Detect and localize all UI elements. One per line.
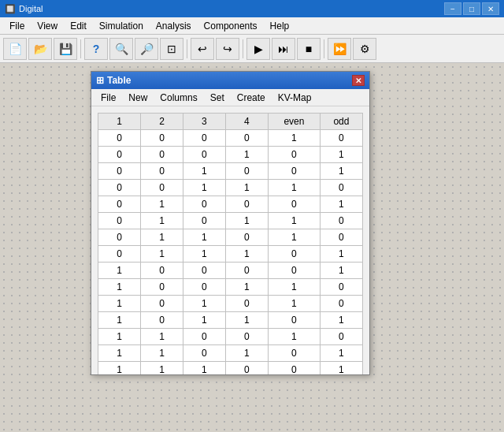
table-cell: 1 xyxy=(140,229,183,246)
table-cell: 1 xyxy=(320,345,362,362)
table-cell: 0 xyxy=(183,345,225,362)
table-cell: 1 xyxy=(140,246,183,263)
col-header-3: 3 xyxy=(183,114,225,130)
table-cell: 0 xyxy=(140,263,183,279)
table-cell: 0 xyxy=(140,279,183,296)
table-cell: 1 xyxy=(225,312,268,329)
table-cell: 1 xyxy=(320,246,362,263)
table-row: 000101 xyxy=(98,147,363,163)
table-cell: 0 xyxy=(320,296,362,312)
zoom-in-button[interactable]: 🔍 xyxy=(109,38,133,60)
table-cell: 0 xyxy=(98,147,141,163)
open-button[interactable]: 📂 xyxy=(28,38,52,60)
col-header-4: 4 xyxy=(225,114,268,130)
table-cell: 0 xyxy=(140,312,183,329)
menu-item-edit[interactable]: Edit xyxy=(64,19,93,33)
table-container[interactable]: 1 2 3 4 even odd 00001000010100100100111… xyxy=(91,106,369,374)
table-cell: 0 xyxy=(320,180,362,196)
table-cell: 1 xyxy=(268,296,320,312)
table-cell: 1 xyxy=(98,312,141,329)
col-header-2: 2 xyxy=(140,114,183,130)
dialog-menu-new[interactable]: New xyxy=(122,91,154,105)
table-cell: 1 xyxy=(225,279,268,296)
table-cell: 1 xyxy=(225,213,268,229)
table-cell: 0 xyxy=(225,362,268,375)
dialog-close-button[interactable]: ✕ xyxy=(352,75,365,86)
toolbar-separator xyxy=(243,39,243,58)
menu-item-simulation[interactable]: Simulation xyxy=(93,19,150,33)
table-cell: 1 xyxy=(268,229,320,246)
table-cell: 0 xyxy=(225,263,268,279)
step-button[interactable]: ⏭ xyxy=(272,38,295,60)
table-cell: 0 xyxy=(183,279,225,296)
table-cell: 0 xyxy=(225,329,268,345)
table-cell: 1 xyxy=(225,246,268,263)
table-row: 011101 xyxy=(98,246,363,263)
toolbar-separator xyxy=(187,39,187,58)
table-cell: 1 xyxy=(98,345,141,362)
table-cell: 0 xyxy=(140,180,183,196)
table-row: 100001 xyxy=(98,263,363,279)
table-cell: 1 xyxy=(98,362,141,375)
stop-button[interactable]: ■ xyxy=(297,38,321,60)
close-button[interactable]: ✕ xyxy=(482,2,499,15)
settings-button[interactable]: ⚙ xyxy=(353,38,376,60)
help-button[interactable]: ? xyxy=(84,38,108,60)
table-cell: 0 xyxy=(183,147,225,163)
zoom-out-button[interactable]: 🔎 xyxy=(135,38,158,60)
table-cell: 0 xyxy=(140,296,183,312)
table-cell: 0 xyxy=(140,163,183,180)
table-cell: 0 xyxy=(225,229,268,246)
table-cell: 0 xyxy=(225,296,268,312)
table-cell: 0 xyxy=(268,147,320,163)
table-row: 010001 xyxy=(98,196,363,213)
dialog-menu-bar: FileNewColumnsSetCreateKV-Map xyxy=(91,89,369,106)
menu-item-analysis[interactable]: Analysis xyxy=(150,19,198,33)
table-cell: 1 xyxy=(268,329,320,345)
table-cell: 0 xyxy=(98,213,141,229)
toolbar-separator xyxy=(324,39,324,58)
table-cell: 0 xyxy=(268,362,320,375)
menu-item-components[interactable]: Components xyxy=(198,19,264,33)
table-cell: 1 xyxy=(183,163,225,180)
table-cell: 1 xyxy=(225,345,268,362)
fit-button[interactable]: ⊡ xyxy=(160,38,183,60)
toolbar-separator xyxy=(80,39,81,58)
dialog-menu-create[interactable]: Create xyxy=(231,91,272,105)
maximize-button[interactable]: □ xyxy=(463,2,480,15)
save-button[interactable]: 💾 xyxy=(54,38,77,60)
menu-item-file[interactable]: File xyxy=(3,19,31,33)
table-cell: 1 xyxy=(140,345,183,362)
table-cell: 1 xyxy=(140,196,183,213)
dialog-menu-set[interactable]: Set xyxy=(204,91,231,105)
redo-button[interactable]: ↪ xyxy=(216,38,239,60)
table-cell: 0 xyxy=(225,163,268,180)
table-row: 111001 xyxy=(98,362,363,375)
table-cell: 1 xyxy=(183,229,225,246)
table-cell: 1 xyxy=(183,246,225,263)
table-cell: 1 xyxy=(320,263,362,279)
menu-item-view[interactable]: View xyxy=(31,19,64,33)
dialog-menu-kv-map[interactable]: KV-Map xyxy=(272,91,318,105)
table-cell: 1 xyxy=(320,312,362,329)
dialog-menu-columns[interactable]: Columns xyxy=(154,91,203,105)
table-cell: 0 xyxy=(320,329,362,345)
new-button[interactable]: 📄 xyxy=(3,38,27,60)
table-cell: 0 xyxy=(183,196,225,213)
dialog-menu-file[interactable]: File xyxy=(94,91,122,105)
table-row: 001001 xyxy=(98,163,363,180)
col-header-even: even xyxy=(268,114,320,130)
table-cell: 1 xyxy=(268,279,320,296)
run-button[interactable]: ▶ xyxy=(246,38,270,60)
main-area: ⊞ Table ✕ FileNewColumnsSetCreateKV-Map … xyxy=(0,63,504,432)
table-cell: 1 xyxy=(98,279,141,296)
minimize-button[interactable]: − xyxy=(444,2,461,15)
table-cell: 0 xyxy=(268,312,320,329)
menu-item-help[interactable]: Help xyxy=(264,19,296,33)
undo-button[interactable]: ↩ xyxy=(191,38,214,60)
fast-forward-button[interactable]: ⏩ xyxy=(328,38,351,60)
table-row: 101010 xyxy=(98,296,363,312)
truth-table: 1 2 3 4 even odd 00001000010100100100111… xyxy=(98,113,363,374)
table-cell: 1 xyxy=(320,362,362,375)
table-cell: 1 xyxy=(183,296,225,312)
